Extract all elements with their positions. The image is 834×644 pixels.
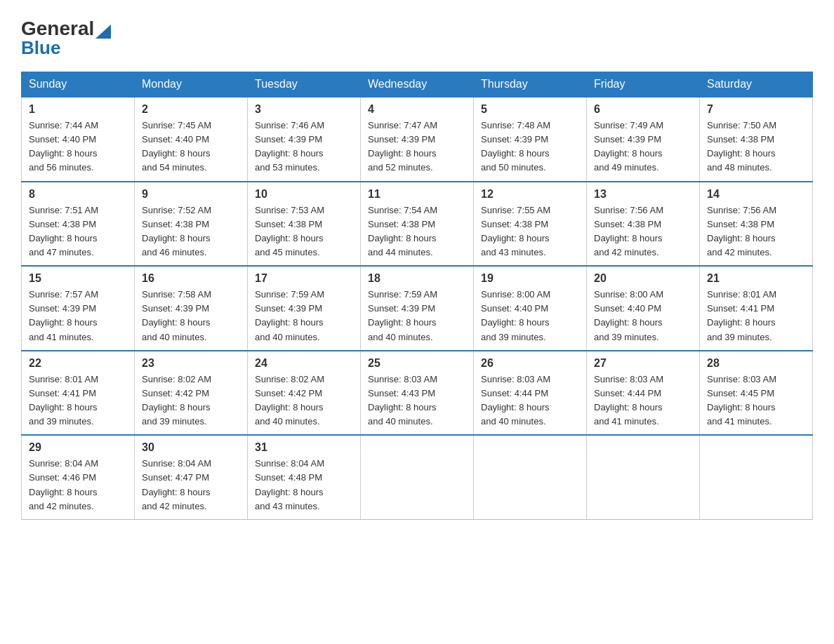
day-number: 15 [29, 272, 127, 285]
calendar-cell: 25Sunrise: 8:03 AMSunset: 4:43 PMDayligh… [361, 351, 474, 436]
calendar-cell: 12Sunrise: 7:55 AMSunset: 4:38 PMDayligh… [474, 182, 587, 267]
day-info: Sunrise: 7:45 AMSunset: 4:40 PMDaylight:… [142, 119, 240, 175]
calendar-cell: 10Sunrise: 7:53 AMSunset: 4:38 PMDayligh… [248, 182, 361, 267]
calendar-cell: 15Sunrise: 7:57 AMSunset: 4:39 PMDayligh… [22, 266, 135, 351]
day-info: Sunrise: 8:03 AMSunset: 4:45 PMDaylight:… [707, 373, 805, 429]
day-number: 2 [142, 103, 240, 116]
day-number: 14 [707, 188, 805, 201]
header-wednesday: Wednesday [361, 72, 474, 98]
day-info: Sunrise: 7:49 AMSunset: 4:39 PMDaylight:… [594, 119, 692, 175]
day-info: Sunrise: 8:03 AMSunset: 4:43 PMDaylight:… [368, 373, 466, 429]
day-info: Sunrise: 7:48 AMSunset: 4:39 PMDaylight:… [481, 119, 579, 175]
calendar-cell: 4Sunrise: 7:47 AMSunset: 4:39 PMDaylight… [361, 97, 474, 182]
day-info: Sunrise: 7:59 AMSunset: 4:39 PMDaylight:… [368, 288, 466, 344]
calendar-cell: 28Sunrise: 8:03 AMSunset: 4:45 PMDayligh… [700, 351, 813, 436]
calendar-cell: 8Sunrise: 7:51 AMSunset: 4:38 PMDaylight… [22, 182, 135, 267]
calendar-week-row: 29Sunrise: 8:04 AMSunset: 4:46 PMDayligh… [22, 435, 813, 519]
day-info: Sunrise: 8:00 AMSunset: 4:40 PMDaylight:… [481, 288, 579, 344]
page-header: General Blue [21, 14, 813, 59]
day-info: Sunrise: 7:53 AMSunset: 4:38 PMDaylight:… [255, 203, 353, 260]
day-number: 16 [142, 272, 240, 285]
day-info: Sunrise: 8:02 AMSunset: 4:42 PMDaylight:… [255, 373, 353, 429]
header-tuesday: Tuesday [248, 72, 361, 98]
day-number: 13 [594, 188, 692, 201]
day-info: Sunrise: 7:47 AMSunset: 4:39 PMDaylight:… [368, 119, 466, 175]
calendar-week-row: 1Sunrise: 7:44 AMSunset: 4:40 PMDaylight… [22, 97, 813, 182]
calendar-cell: 2Sunrise: 7:45 AMSunset: 4:40 PMDaylight… [135, 97, 248, 182]
calendar-cell: 6Sunrise: 7:49 AMSunset: 4:39 PMDaylight… [587, 97, 700, 182]
day-info: Sunrise: 7:56 AMSunset: 4:38 PMDaylight:… [707, 203, 805, 260]
header-thursday: Thursday [474, 72, 587, 98]
day-number: 27 [594, 357, 692, 370]
day-number: 29 [29, 441, 127, 454]
calendar-cell: 30Sunrise: 8:04 AMSunset: 4:47 PMDayligh… [135, 435, 248, 519]
day-number: 21 [707, 272, 805, 285]
day-number: 24 [255, 357, 353, 370]
calendar-cell: 20Sunrise: 8:00 AMSunset: 4:40 PMDayligh… [587, 266, 700, 351]
calendar-cell: 24Sunrise: 8:02 AMSunset: 4:42 PMDayligh… [248, 351, 361, 436]
calendar-cell: 14Sunrise: 7:56 AMSunset: 4:38 PMDayligh… [700, 182, 813, 267]
logo-blue: Blue [21, 37, 60, 59]
day-number: 22 [29, 357, 127, 370]
day-number: 19 [481, 272, 579, 285]
day-number: 3 [255, 103, 353, 116]
calendar-cell: 26Sunrise: 8:03 AMSunset: 4:44 PMDayligh… [474, 351, 587, 436]
day-number: 25 [368, 357, 466, 370]
logo-arrow-icon [95, 20, 111, 39]
day-info: Sunrise: 8:02 AMSunset: 4:42 PMDaylight:… [142, 373, 240, 429]
calendar-cell: 13Sunrise: 7:56 AMSunset: 4:38 PMDayligh… [587, 182, 700, 267]
day-info: Sunrise: 8:03 AMSunset: 4:44 PMDaylight:… [481, 373, 579, 429]
calendar-cell: 3Sunrise: 7:46 AMSunset: 4:39 PMDaylight… [248, 97, 361, 182]
header-monday: Monday [135, 72, 248, 98]
day-number: 18 [368, 272, 466, 285]
day-number: 30 [142, 441, 240, 454]
day-number: 10 [255, 188, 353, 201]
header-sunday: Sunday [22, 72, 135, 98]
day-number: 8 [29, 188, 127, 201]
day-number: 11 [368, 188, 466, 201]
day-info: Sunrise: 8:04 AMSunset: 4:46 PMDaylight:… [29, 457, 127, 514]
calendar-cell: 18Sunrise: 7:59 AMSunset: 4:39 PMDayligh… [361, 266, 474, 351]
header-saturday: Saturday [700, 72, 813, 98]
calendar-cell: 29Sunrise: 8:04 AMSunset: 4:46 PMDayligh… [22, 435, 135, 519]
calendar-cell [361, 435, 474, 519]
calendar-cell: 11Sunrise: 7:54 AMSunset: 4:38 PMDayligh… [361, 182, 474, 267]
calendar-cell: 16Sunrise: 7:58 AMSunset: 4:39 PMDayligh… [135, 266, 248, 351]
day-info: Sunrise: 7:59 AMSunset: 4:39 PMDaylight:… [255, 288, 353, 344]
calendar-cell: 7Sunrise: 7:50 AMSunset: 4:38 PMDaylight… [700, 97, 813, 182]
logo: General Blue [21, 14, 111, 59]
calendar-table: SundayMondayTuesdayWednesdayThursdayFrid… [21, 72, 813, 520]
day-info: Sunrise: 7:56 AMSunset: 4:38 PMDaylight:… [594, 203, 692, 260]
day-number: 31 [255, 441, 353, 454]
day-info: Sunrise: 8:01 AMSunset: 4:41 PMDaylight:… [29, 373, 127, 429]
day-info: Sunrise: 7:46 AMSunset: 4:39 PMDaylight:… [255, 119, 353, 175]
day-number: 5 [481, 103, 579, 116]
day-number: 12 [481, 188, 579, 201]
day-number: 4 [368, 103, 466, 116]
day-info: Sunrise: 8:00 AMSunset: 4:40 PMDaylight:… [594, 288, 692, 344]
calendar-week-row: 15Sunrise: 7:57 AMSunset: 4:39 PMDayligh… [22, 266, 813, 351]
calendar-cell: 22Sunrise: 8:01 AMSunset: 4:41 PMDayligh… [22, 351, 135, 436]
day-number: 6 [594, 103, 692, 116]
calendar-cell: 19Sunrise: 8:00 AMSunset: 4:40 PMDayligh… [474, 266, 587, 351]
day-info: Sunrise: 7:52 AMSunset: 4:38 PMDaylight:… [142, 203, 240, 260]
day-info: Sunrise: 7:57 AMSunset: 4:39 PMDaylight:… [29, 288, 127, 344]
day-number: 1 [29, 103, 127, 116]
calendar-header-row: SundayMondayTuesdayWednesdayThursdayFrid… [22, 72, 813, 98]
calendar-week-row: 22Sunrise: 8:01 AMSunset: 4:41 PMDayligh… [22, 351, 813, 436]
calendar-cell: 27Sunrise: 8:03 AMSunset: 4:44 PMDayligh… [587, 351, 700, 436]
day-info: Sunrise: 8:04 AMSunset: 4:47 PMDaylight:… [142, 457, 240, 514]
calendar-cell [587, 435, 700, 519]
day-info: Sunrise: 8:04 AMSunset: 4:48 PMDaylight:… [255, 457, 353, 514]
day-number: 17 [255, 272, 353, 285]
calendar-week-row: 8Sunrise: 7:51 AMSunset: 4:38 PMDaylight… [22, 182, 813, 267]
day-number: 20 [594, 272, 692, 285]
calendar-cell [700, 435, 813, 519]
calendar-cell: 5Sunrise: 7:48 AMSunset: 4:39 PMDaylight… [474, 97, 587, 182]
calendar-cell: 17Sunrise: 7:59 AMSunset: 4:39 PMDayligh… [248, 266, 361, 351]
day-info: Sunrise: 7:50 AMSunset: 4:38 PMDaylight:… [707, 119, 805, 175]
day-number: 23 [142, 357, 240, 370]
calendar-cell: 9Sunrise: 7:52 AMSunset: 4:38 PMDaylight… [135, 182, 248, 267]
day-info: Sunrise: 7:54 AMSunset: 4:38 PMDaylight:… [368, 203, 466, 260]
calendar-cell: 23Sunrise: 8:02 AMSunset: 4:42 PMDayligh… [135, 351, 248, 436]
